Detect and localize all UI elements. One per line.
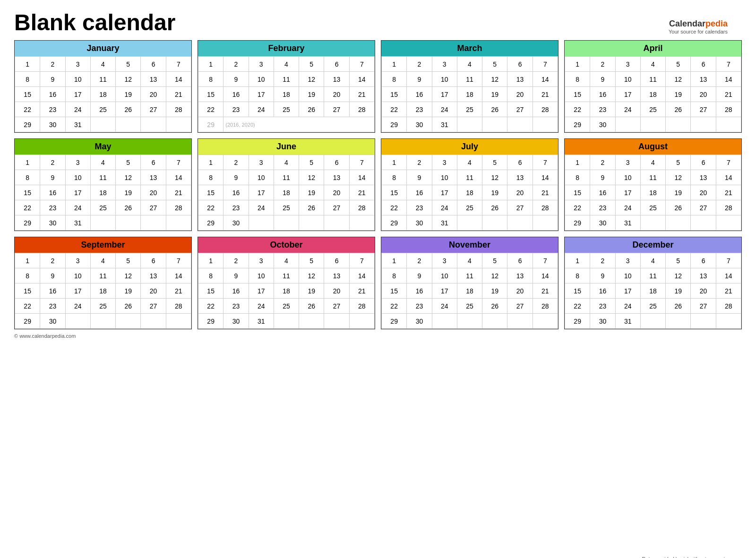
day-cell: 28 [166,102,191,117]
day-cell: 16 [407,185,432,200]
day-cell [90,215,115,231]
day-cell: 17 [432,87,457,102]
month-block-february: February12345678910111213141516171819202… [198,40,375,133]
day-cell: 23 [407,299,432,314]
day-cell [274,215,299,231]
day-cell: 15 [15,87,40,102]
day-cell: 25 [640,200,665,215]
day-cell: 8 [382,72,407,87]
month-header-january: January [15,41,191,56]
day-cell: 27 [691,102,716,117]
month-block-july: July123456789101112131415161718192021222… [381,138,558,231]
day-cell: 29 [382,215,407,231]
day-cell: 18 [90,185,115,200]
day-cell: 27 [324,102,349,117]
day-cell: 8 [565,268,590,283]
day-cell: 6 [141,155,166,170]
day-cell: 4 [457,57,482,72]
day-cell: 21 [716,283,741,299]
day-cell: 10 [249,72,274,87]
day-cell: 28 [349,102,374,117]
month-block-september: September1234567891011121314151617181920… [14,237,192,329]
day-cell [90,117,115,132]
day-cell: 18 [457,185,482,200]
day-cell: 2 [407,57,432,72]
day-cell [116,314,141,329]
month-header-march: March [381,41,558,56]
day-cell: 12 [299,72,324,87]
month-block-august: August1234567891011121314151617181920212… [564,138,742,231]
day-cell: 30 [40,314,65,329]
day-cell: 26 [116,299,141,314]
day-cell: 24 [615,299,640,314]
day-cell: 3 [615,155,640,170]
day-cell: 22 [565,299,590,314]
day-cell: 2 [407,253,432,268]
day-cell [166,215,191,231]
day-cell: 10 [615,72,640,87]
day-cell: 13 [141,170,166,185]
day-cell [116,215,141,231]
day-cell [666,117,691,132]
day-cell [507,314,533,329]
logo-calendar-text: Calendar [669,19,705,28]
day-cell: 2 [590,155,615,170]
day-cell: 8 [565,170,590,185]
month-table-january: 1234567891011121314151617181920212223242… [15,56,191,132]
day-cell: 11 [274,268,299,283]
day-cell: 13 [324,268,349,283]
day-cell: 9 [590,72,615,87]
day-cell: 3 [432,155,457,170]
day-cell [65,314,90,329]
day-cell: 21 [349,283,374,299]
day-cell: 30 [407,314,432,329]
month-table-april: 1234567891011121314151617181920212223242… [565,56,741,132]
day-cell: 1 [382,253,407,268]
day-cell: 19 [482,283,507,299]
month-header-october: October [198,237,375,253]
day-cell: 6 [324,155,349,170]
day-cell: 29 [15,314,40,329]
month-header-may: May [15,139,191,155]
day-cell: 11 [457,268,482,283]
day-cell: 3 [65,253,90,268]
day-cell: 14 [166,268,191,283]
day-cell: 15 [198,87,223,102]
day-cell: 8 [198,268,223,283]
day-cell: 20 [141,283,166,299]
day-cell: 3 [249,57,274,72]
month-header-february: February [198,41,375,56]
day-cell: 15 [15,185,40,200]
day-cell [457,117,482,132]
month-header-april: April [565,41,741,56]
day-cell: 12 [482,268,507,283]
day-cell: 23 [223,299,249,314]
day-cell: 11 [457,170,482,185]
day-cell: 12 [482,170,507,185]
day-cell [141,215,166,231]
logo: Calendarpedia Your source for calendars [669,19,728,34]
day-cell: 16 [407,87,432,102]
day-cell: 17 [615,185,640,200]
day-cell: 26 [666,102,691,117]
day-cell: 21 [533,185,558,200]
day-cell: 11 [90,268,115,283]
day-cell: 4 [457,155,482,170]
day-cell [349,215,374,231]
day-cell: 5 [482,57,507,72]
day-cell: 24 [65,102,90,117]
day-cell: 6 [507,253,533,268]
day-cell: 1 [198,155,223,170]
day-cell: 1 [15,253,40,268]
day-cell: 6 [141,253,166,268]
day-cell: 10 [65,72,90,87]
day-cell [640,117,665,132]
day-cell: 21 [349,87,374,102]
day-cell: 16 [590,185,615,200]
day-cell: 2 [223,253,249,268]
day-cell: 21 [533,283,558,299]
day-cell: 25 [640,102,665,117]
day-cell: 24 [65,200,90,215]
day-cell: 24 [249,200,274,215]
day-cell: 23 [40,299,65,314]
